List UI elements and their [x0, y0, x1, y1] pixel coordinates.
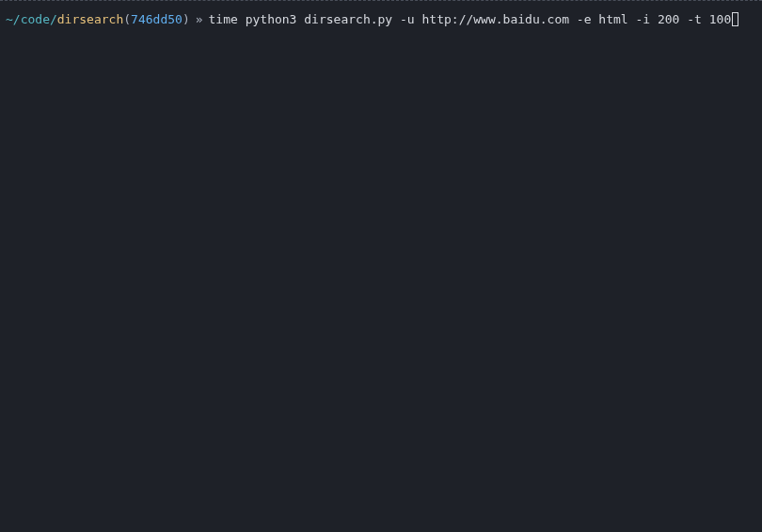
- path-dirsearch: dirsearch: [57, 10, 123, 29]
- pane-divider: [0, 0, 762, 1]
- path-tilde: ~: [6, 10, 13, 29]
- path-code: code: [21, 10, 50, 29]
- command-input[interactable]: time python3 dirsearch.py -u http://www.…: [209, 10, 732, 29]
- path-sep: /: [13, 10, 21, 29]
- paren-close: ): [183, 10, 190, 29]
- path-sep2: /: [50, 10, 57, 29]
- cursor: [732, 12, 738, 26]
- prompt-line[interactable]: ~/code/dirsearch(746dd50) » time python3…: [0, 8, 762, 31]
- prompt-arrow-icon: »: [196, 10, 203, 29]
- paren-open: (: [123, 10, 131, 29]
- terminal-window[interactable]: ~/code/dirsearch(746dd50) » time python3…: [0, 0, 762, 532]
- git-hash: 746dd50: [131, 10, 183, 29]
